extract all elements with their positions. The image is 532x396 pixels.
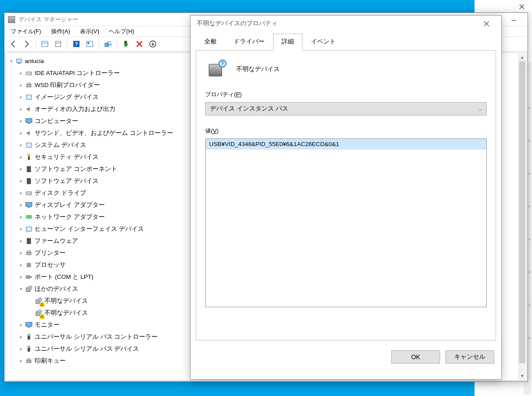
tree-node-label: プリンター	[35, 247, 66, 259]
uninstall-device-button[interactable]	[133, 38, 146, 50]
cancel-button[interactable]: キャンセル	[445, 350, 494, 364]
svg-rect-7	[87, 42, 89, 44]
scroll-up-icon[interactable]: ▲	[519, 53, 526, 61]
tree-node-label: ネットワーク アダプター	[35, 211, 105, 223]
svg-rect-14	[18, 63, 20, 64]
svg-point-24	[28, 154, 30, 157]
expander-icon[interactable]: ▸	[18, 211, 24, 223]
update-driver-button[interactable]	[147, 38, 159, 50]
svg-rect-29	[26, 202, 32, 206]
port-icon	[25, 273, 33, 281]
svg-rect-20	[26, 119, 32, 123]
menu-help[interactable]: ヘルプ(H)	[104, 27, 139, 36]
svg-rect-51	[28, 334, 30, 336]
monitor-icon	[25, 117, 33, 125]
expander-icon[interactable]: ▸	[18, 127, 24, 139]
svg-rect-50	[28, 327, 30, 328]
toolbar-separator	[67, 39, 67, 49]
expander-icon[interactable]: ▸	[18, 79, 24, 91]
scroll-down-icon[interactable]: ▼	[519, 372, 526, 380]
expander-icon[interactable]: ▸	[18, 175, 24, 187]
minimize-button[interactable]	[504, 12, 524, 25]
window-title: デバイス マネージャー	[19, 16, 78, 24]
svg-rect-52	[28, 336, 30, 340]
usb-icon	[25, 345, 33, 353]
expander-icon[interactable]: ▸	[18, 223, 24, 235]
expander-icon[interactable]: ▾	[8, 55, 14, 67]
menu-action[interactable]: 操作(A)	[47, 27, 75, 36]
device-wizard-button[interactable]	[83, 38, 96, 50]
tab-events[interactable]: イベント	[302, 34, 344, 51]
tabstrip: 全般 ドライバー 詳細 イベント	[191, 33, 501, 50]
tree-node-label: オーディオの入力および出力	[35, 103, 115, 115]
tree-node-label: プロセッサ	[35, 259, 66, 271]
show-hide-tree-button[interactable]	[39, 38, 51, 50]
property-dropdown[interactable]: デバイス インスタンス パス ⌄	[205, 102, 487, 115]
svg-rect-0	[42, 41, 48, 47]
expander-icon[interactable]: ▸	[18, 151, 24, 163]
svg-text:?: ?	[39, 310, 41, 313]
scrollbar-thumb[interactable]	[519, 61, 525, 363]
svg-rect-31	[26, 215, 32, 218]
tab-driver[interactable]: ドライバー	[225, 34, 273, 51]
expander-icon[interactable]: ▾	[18, 283, 24, 295]
network-icon	[25, 213, 33, 221]
monitor-icon	[25, 321, 33, 329]
expander-icon[interactable]: ▸	[18, 163, 24, 175]
svg-rect-32	[26, 227, 32, 231]
nav-back-button[interactable]	[7, 38, 20, 50]
expander-icon[interactable]: ▸	[18, 103, 24, 115]
svg-rect-56	[28, 359, 30, 360]
tree-node-label: anlucia	[25, 55, 44, 67]
expander-icon[interactable]: ▸	[18, 319, 24, 331]
expander-icon[interactable]: ▸	[18, 235, 24, 247]
ok-button[interactable]: OK	[391, 350, 440, 364]
expander-icon[interactable]: ▸	[18, 355, 24, 367]
tree-node-label: ディスク ドライブ	[35, 187, 86, 199]
expander-icon[interactable]: ▸	[18, 247, 24, 259]
unknown-device-icon: ?	[208, 60, 226, 78]
tree-node-label: システム デバイス	[35, 139, 86, 151]
svg-text:?: ?	[75, 41, 78, 47]
svg-point-16	[30, 73, 31, 74]
svg-point-28	[30, 193, 31, 194]
tab-general[interactable]: 全般	[196, 34, 225, 51]
scan-hardware-button[interactable]	[102, 38, 114, 50]
svg-rect-25	[27, 166, 31, 172]
enable-device-button[interactable]	[120, 38, 132, 50]
device-icon	[25, 141, 33, 149]
expander-icon[interactable]: ▸	[18, 67, 24, 79]
expander-icon[interactable]: ▸	[18, 139, 24, 151]
value-listbox[interactable]: USB¥VID_4348&PID_55E0¥6&1AC26ECD&0&1	[205, 139, 487, 307]
svg-rect-49	[26, 322, 32, 326]
device-icon	[25, 93, 33, 101]
value-row[interactable]: USB¥VID_4348&PID_55E0¥6&1AC26ECD&0&1	[206, 139, 486, 150]
properties-button[interactable]	[52, 38, 64, 50]
expander-icon[interactable]: ▸	[18, 271, 24, 283]
dialog-titlebar[interactable]: 不明なデバイスのプロパティ	[191, 16, 501, 32]
menu-file[interactable]: ファイル(F)	[6, 27, 46, 36]
close-button-bgwin[interactable]	[512, 0, 532, 13]
vertical-scrollbar[interactable]: ▲ ▼	[518, 53, 526, 380]
menu-view[interactable]: 表示(V)	[75, 27, 103, 36]
nav-forward-button[interactable]	[20, 38, 33, 50]
software-icon	[25, 177, 33, 185]
expander-icon[interactable]: ▸	[18, 343, 24, 355]
expander-icon[interactable]: ▸	[18, 331, 24, 343]
printer-icon	[25, 357, 33, 365]
expander-icon[interactable]: ▸	[18, 187, 24, 199]
cpu-icon	[25, 261, 33, 269]
close-button[interactable]	[477, 16, 495, 31]
speaker-icon	[25, 105, 33, 113]
dialog-title: 不明なデバイスのプロパティ	[197, 20, 278, 28]
tab-details[interactable]: 詳細	[273, 34, 302, 51]
expander-icon[interactable]: ▸	[18, 199, 24, 211]
expander-icon[interactable]: ▸	[18, 91, 24, 103]
tree-node-label: モニター	[35, 319, 60, 331]
expander-icon[interactable]: ▸	[18, 115, 24, 127]
svg-rect-26	[27, 178, 31, 184]
svg-rect-19	[26, 95, 32, 99]
tree-node-label: ヒューマン インターフェイス デバイス	[35, 223, 144, 235]
help-button[interactable]: ?	[70, 38, 83, 50]
expander-icon[interactable]: ▸	[18, 259, 24, 271]
